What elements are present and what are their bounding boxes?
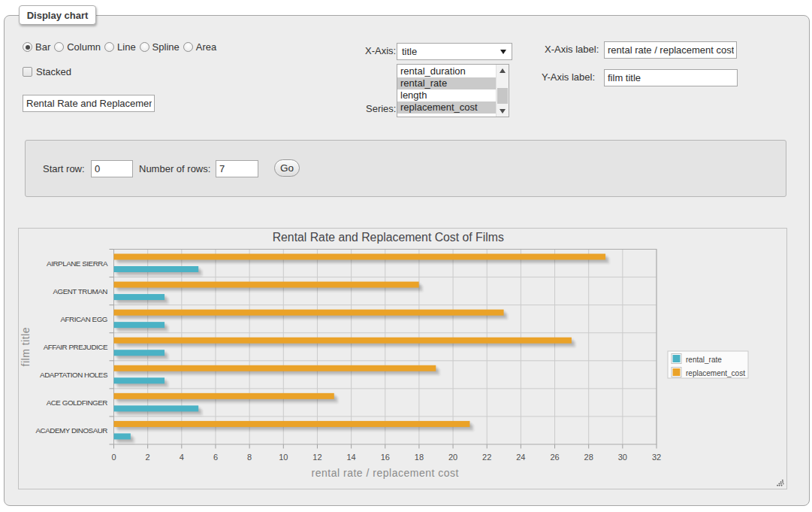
radio-spline[interactable]	[140, 42, 149, 52]
bar-rental_rate-0	[114, 266, 199, 272]
series-listbox[interactable]: rental_durationrental_ratelengthreplacem…	[397, 64, 509, 117]
bar-rental_rate-1	[114, 294, 165, 300]
y-axis-label-input[interactable]	[604, 69, 738, 86]
x-tick-label-4: 4	[180, 453, 184, 462]
select-dropdown-arrow-icon	[500, 50, 506, 54]
bar-rental_rate-3	[114, 350, 165, 356]
stacked-row: Stacked	[23, 66, 71, 77]
x-tick-label-22: 22	[482, 453, 491, 462]
bar-replacement_cost-0	[114, 254, 606, 260]
category-label-0: AIRPLANE SIERRA	[47, 259, 108, 268]
bar-replacement_cost-3	[114, 338, 572, 344]
y-axis-label-label: Y-Axis label:	[542, 72, 595, 82]
chart-container: AIRPLANE SIERRAAGENT TRUMANAFRICAN EGGAF…	[18, 228, 787, 489]
x-tick-label-2: 2	[146, 453, 150, 462]
bar-chart: AIRPLANE SIERRAAGENT TRUMANAFRICAN EGGAF…	[19, 229, 786, 489]
scrollbar-down-button[interactable]	[497, 105, 509, 117]
start-row-label: Start row:	[43, 164, 85, 174]
series-option-length[interactable]: length	[397, 89, 496, 101]
bar-replacement_cost-4	[114, 365, 436, 371]
x-tick-label-14: 14	[346, 453, 355, 462]
x-tick-label-6: 6	[213, 453, 218, 462]
x-tick-label-10: 10	[279, 453, 288, 462]
bar-replacement_cost-2	[114, 310, 504, 316]
scroll-down-arrow-icon	[500, 109, 506, 114]
series-option-replacement_cost[interactable]: replacement_cost	[397, 101, 496, 114]
x-axis-select[interactable]: title	[397, 43, 512, 60]
listbox-scrollbar[interactable]	[496, 65, 509, 117]
radio-item-spline: Spline	[140, 41, 180, 53]
x-tick-label-24: 24	[516, 453, 525, 462]
chart-legend: rental_ratereplacement_cost	[668, 351, 748, 378]
stacked-label: Stacked	[36, 66, 71, 77]
radio-label-column: Column	[67, 41, 101, 53]
category-label-1: AGENT TRUMAN	[53, 287, 107, 295]
x-axis-select-value: title	[402, 46, 417, 57]
radio-label-area: Area	[196, 41, 216, 53]
bar-rental_rate-5	[114, 405, 199, 411]
category-label-4: ADAPTATION HOLES	[40, 371, 108, 379]
x-tick-label-12: 12	[312, 453, 321, 462]
category-label-2: AFRICAN EGG	[60, 315, 107, 323]
legend-label-replacement_cost: replacement_cost	[686, 369, 745, 377]
x-axis-label-input[interactable]	[604, 41, 737, 59]
radio-label-bar: Bar	[35, 41, 50, 53]
radio-bar[interactable]	[23, 42, 32, 52]
chart-title-input[interactable]	[23, 95, 155, 112]
page: Display chart BarColumnLineSplineArea St…	[0, 0, 812, 512]
legend-label-rental_rate: rental_rate	[686, 356, 722, 364]
start-row-input[interactable]	[91, 160, 133, 177]
chart-title: Rental Rate and Replacement Cost of Film…	[273, 231, 504, 244]
chart-type-radio-group: BarColumnLineSplineArea	[23, 41, 220, 53]
x-axis-label-label: X-Axis label:	[545, 44, 599, 54]
radio-item-area: Area	[183, 41, 216, 53]
x-tick-label-28: 28	[584, 453, 593, 462]
category-label-5: ACE GOLDFINGER	[47, 398, 108, 407]
radio-item-bar: Bar	[23, 41, 50, 53]
x-tick-label-16: 16	[381, 453, 390, 462]
bar-replacement_cost-5	[114, 393, 334, 399]
series-option-rental_duration[interactable]: rental_duration	[397, 65, 496, 77]
category-label-3: AFFAIR PREJUDICE	[44, 343, 108, 351]
series-options: rental_durationrental_ratelengthreplacem…	[397, 65, 496, 117]
x-tick-label-26: 26	[550, 453, 559, 462]
series-select-label: Series:	[366, 104, 396, 114]
number-of-rows-label: Number of rows:	[139, 164, 210, 174]
panel-legend: Display chart	[19, 5, 96, 25]
panel-legend-label: Display chart	[27, 10, 89, 21]
bar-rental_rate-6	[114, 433, 131, 439]
radio-line[interactable]	[104, 42, 114, 52]
y-axis-title: film title	[20, 327, 32, 366]
scrollbar-thumb[interactable]	[497, 88, 508, 104]
x-axis-title: rental rate / replacement cost	[312, 467, 459, 479]
resize-handle-icon[interactable]	[777, 479, 784, 486]
x-tick-label-8: 8	[247, 453, 252, 462]
x-tick-label-20: 20	[448, 453, 457, 462]
radio-column[interactable]	[54, 42, 64, 52]
radio-label-line: Line	[117, 41, 136, 53]
bar-rental_rate-2	[114, 322, 165, 328]
bar-rental_rate-4	[114, 377, 165, 383]
radio-label-spline: Spline	[152, 41, 180, 53]
bar-replacement_cost-6	[114, 421, 470, 427]
x-tick-label-0: 0	[111, 453, 116, 462]
scroll-up-arrow-icon	[500, 68, 506, 73]
row-controls-box: Start row: Number of rows: Go	[25, 140, 786, 197]
number-of-rows-input[interactable]	[216, 160, 258, 177]
bar-replacement_cost-1	[114, 282, 419, 288]
radio-item-column: Column	[54, 41, 101, 53]
category-label-6: ACADEMY DINOSAUR	[35, 426, 107, 435]
go-button[interactable]: Go	[274, 159, 300, 177]
series-option-rental_rate[interactable]: rental_rate	[397, 77, 496, 89]
x-tick-label-18: 18	[415, 453, 424, 462]
scrollbar-up-button[interactable]	[497, 65, 509, 76]
x-axis-select-label: X-Axis:	[365, 46, 396, 56]
x-tick-label-32: 32	[652, 453, 661, 462]
stacked-checkbox[interactable]	[23, 67, 32, 77]
radio-area[interactable]	[183, 42, 193, 52]
radio-item-line: Line	[104, 41, 136, 53]
x-tick-label-30: 30	[618, 453, 627, 462]
